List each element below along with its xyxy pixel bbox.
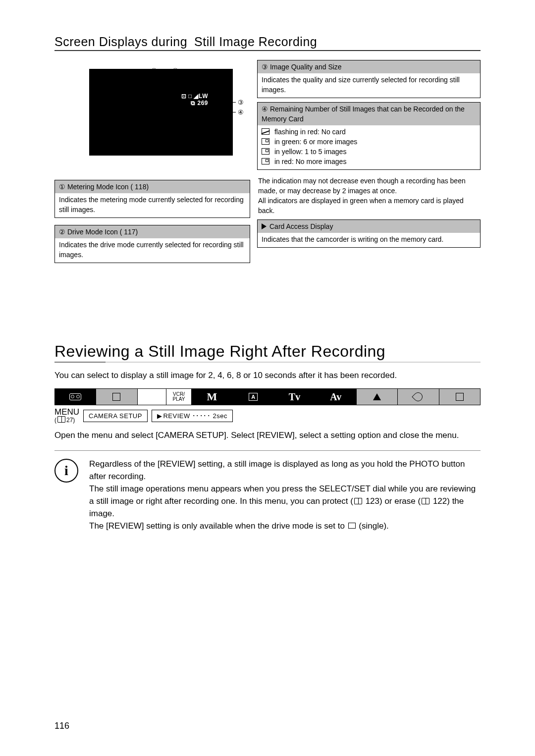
mode-icon [456, 393, 464, 401]
mode-av: Av [330, 391, 341, 403]
callout-2: ② [172, 67, 178, 74]
single-mode-icon [348, 523, 356, 529]
menu-box-review: ▶REVIEW ･････ 2sec [152, 410, 233, 422]
mode-a-icon: A [249, 393, 258, 401]
tape-icon [69, 393, 81, 400]
book-icon [422, 498, 429, 504]
callout-1: ① [151, 67, 157, 74]
book-icon [354, 498, 362, 504]
callout-box-2: ② Drive Mode Icon ( 117) Indicates the d… [54, 225, 250, 263]
easy-mode-icon [373, 393, 381, 400]
vcr-play-label: VCR/ PLAY [166, 389, 191, 405]
callout-box-card-access: Card Access Display Indicates that the c… [257, 219, 481, 248]
intro-paragraph: You can select to display a still image … [54, 370, 481, 381]
book-icon [57, 416, 65, 423]
menu-path-row: MENU (27) CAMERA SETUP ▶REVIEW ･････ 2se… [54, 408, 481, 424]
card-icon [262, 138, 269, 145]
mode-dial-row: VCR/ PLAY M A Tv Av [54, 388, 481, 405]
menu-box-camera-setup: CAMERA SETUP [83, 410, 148, 422]
osd-line-2: ⧉ 269 [149, 100, 208, 107]
night-mode-icon [412, 390, 425, 403]
play-icon [262, 223, 267, 229]
section-title: Screen Displays duringStill Image Record… [54, 35, 481, 51]
note-text: The indication may not decrease even tho… [257, 174, 481, 219]
instruction-paragraph: Open the menu and select [CAMERA SETUP].… [54, 430, 481, 441]
info-text: Regardless of the [REVIEW] setting, a st… [89, 458, 481, 532]
mode-tv: Tv [289, 391, 300, 403]
menu-label: MENU [54, 408, 79, 416]
no-card-icon [262, 128, 269, 135]
callout-4: ④ [238, 108, 244, 116]
callout-box-4: ④ Remaining Number of Still Images that … [257, 102, 481, 170]
osd-line-1: ⊡ □ ◢LW [149, 93, 208, 100]
card-mode-icon [112, 393, 120, 401]
card-icon [262, 158, 269, 164]
callout-box-3: ③ Image Quality and Size Indicates the q… [257, 60, 481, 98]
page-number: 116 [54, 721, 69, 731]
card-icon [262, 148, 269, 155]
heading-review: Reviewing a Still Image Right After Reco… [54, 342, 481, 363]
info-icon: i [54, 459, 78, 483]
mode-m: M [207, 390, 217, 403]
callout-3: ③ [238, 99, 244, 106]
callout-box-1: ① Metering Mode Icon ( 118) Indicates th… [54, 180, 250, 218]
